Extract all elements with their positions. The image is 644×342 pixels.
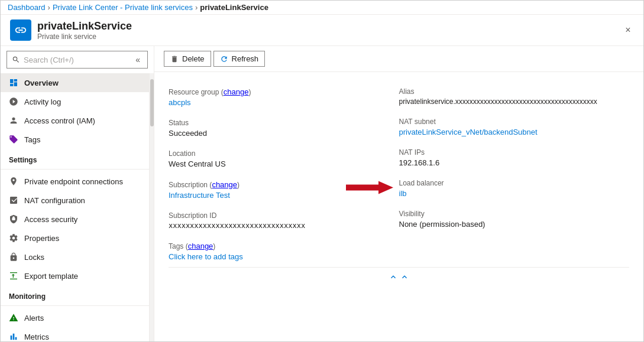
page-subtitle: Private link service: [37, 32, 132, 41]
page-title: privateLinkService: [37, 20, 132, 32]
details-section: Resource group (change) abcpls Status Su…: [154, 72, 643, 298]
sidebar-label-nat: NAT configuration: [24, 196, 85, 205]
endpoint-icon: [9, 177, 18, 186]
status-value: Succeeded: [169, 129, 399, 138]
monitoring-divider: [1, 305, 149, 306]
delete-icon: [170, 55, 179, 63]
collapse-button[interactable]: «: [133, 54, 143, 66]
chevron-up-icon: [389, 272, 398, 282]
overview-icon: [9, 78, 18, 87]
export-icon: [9, 271, 18, 281]
sidebar-label-alerts: Alerts: [24, 314, 44, 323]
search-container: «: [7, 51, 148, 69]
delete-label: Delete: [182, 54, 205, 63]
sidebar-label-metrics: Metrics: [24, 333, 49, 341]
toolbar: Delete Refresh: [154, 46, 643, 72]
svg-marker-0: [346, 181, 393, 194]
details-grid: Resource group (change) abcpls Status Su…: [169, 82, 629, 267]
alias-label: Alias: [399, 87, 630, 96]
properties-icon: [9, 233, 18, 243]
arrow-icon: [346, 179, 393, 197]
sidebar-scroll-thumb: [150, 79, 154, 126]
close-button[interactable]: ×: [620, 22, 636, 38]
breadcrumb-current: privateLinkService: [200, 3, 268, 12]
nat-ips-label: NAT IPs: [399, 148, 630, 157]
sidebar-label-activity: Activity log: [24, 97, 61, 106]
search-icon: [12, 56, 20, 64]
sidebar-item-export[interactable]: Export template: [1, 266, 149, 285]
resource-group-change[interactable]: change: [224, 87, 249, 96]
nat-ips-item: NAT IPs 192.168.1.6: [399, 142, 630, 173]
resource-group-value: abcpls: [169, 98, 399, 107]
sidebar-item-iam[interactable]: Access control (IAM): [1, 111, 149, 130]
settings-divider: [1, 169, 149, 170]
sidebar-label-properties: Properties: [24, 234, 59, 243]
resource-group-label: Resource group (change): [169, 87, 399, 96]
sidebar-label-tags: Tags: [24, 135, 40, 144]
load-balancer-label: Load balancer: [399, 179, 630, 187]
delete-button[interactable]: Delete: [164, 51, 211, 67]
subscription-id-item: Subscription ID xxxxxxxxxxxxxxxxxxxxxxxx…: [169, 206, 399, 236]
sidebar-label-iam: Access control (IAM): [24, 116, 95, 125]
sidebar-item-alerts[interactable]: Alerts: [1, 308, 149, 327]
subscription-change[interactable]: change: [212, 180, 237, 189]
sidebar-item-activity-log[interactable]: Activity log: [1, 92, 149, 111]
nat-subnet-value: privateLinkService_vNet/backendSubnet: [399, 128, 630, 136]
nat-ips-value: 192.168.1.6: [399, 158, 630, 167]
alias-item: Alias privatelinkservice.xxxxxxxxxxxxxxx…: [399, 82, 630, 112]
metrics-icon: [9, 332, 18, 341]
sidebar-item-overview[interactable]: Overview: [1, 73, 149, 92]
sidebar-label-endpoint: Private endpoint connections: [24, 177, 123, 186]
resource-group-link[interactable]: abcpls: [169, 98, 191, 107]
tags-icon: [9, 135, 18, 144]
chevron-up-icon-2: [400, 272, 409, 282]
sidebar-item-tags[interactable]: Tags: [1, 130, 149, 149]
sidebar-label-overview: Overview: [24, 79, 59, 87]
arrow-indicator: [346, 179, 393, 198]
page-header: privateLinkService Private link service …: [1, 15, 643, 46]
alias-value: privatelinkservice.xxxxxxxxxxxxxxxxxxxxx…: [399, 97, 630, 106]
service-icon: [10, 19, 31, 41]
settings-section-label: Settings: [1, 149, 149, 167]
breadcrumb-dashboard[interactable]: Dashboard: [8, 3, 46, 12]
iam-icon: [9, 116, 18, 125]
add-tags-link[interactable]: Click here to add tags: [169, 252, 243, 261]
subscription-id-value: xxxxxxxxxxxxxxxxxxxxxxxxxxxxxxxx: [169, 222, 399, 230]
sidebar-scrollbar[interactable]: [149, 73, 154, 341]
main-content: « Overview: [1, 46, 643, 341]
sidebar-item-access-security[interactable]: Access security: [1, 210, 149, 229]
sidebar: « Overview: [1, 46, 154, 341]
nat-subnet-item: NAT subnet privateLinkService_vNet/backe…: [399, 112, 630, 142]
load-balancer-link[interactable]: ilb: [399, 189, 407, 198]
lock-icon: [9, 252, 18, 262]
nat-icon: [9, 196, 18, 205]
breadcrumb-sep-1: ›: [48, 3, 50, 12]
status-item: Status Succeeded: [169, 113, 399, 144]
tags-item: Tags (change) Click here to add tags: [169, 236, 399, 267]
subscription-id-label: Subscription ID: [169, 211, 399, 220]
sidebar-item-metrics[interactable]: Metrics: [1, 327, 149, 341]
sidebar-item-locks[interactable]: Locks: [1, 247, 149, 266]
resource-group-item: Resource group (change) abcpls: [169, 82, 399, 113]
location-item: Location West Central US: [169, 144, 399, 174]
collapse-button[interactable]: [169, 267, 629, 288]
refresh-button[interactable]: Refresh: [213, 51, 266, 67]
alerts-icon: [9, 313, 18, 323]
tags-change[interactable]: change: [188, 242, 213, 250]
breadcrumb-private-link[interactable]: Private Link Center - Private link servi…: [53, 3, 193, 12]
subscription-link[interactable]: Infrastructure Test: [169, 191, 230, 200]
link-icon: [14, 24, 27, 37]
sidebar-label-locks: Locks: [24, 253, 44, 262]
activity-icon: [9, 97, 18, 106]
sidebar-item-nat[interactable]: NAT configuration: [1, 191, 149, 210]
status-label: Status: [169, 119, 399, 127]
sidebar-item-properties[interactable]: Properties: [1, 229, 149, 247]
content-area: Delete Refresh Resource group: [154, 46, 643, 341]
sidebar-label-security: Access security: [24, 215, 77, 224]
search-input[interactable]: [24, 56, 130, 64]
sidebar-item-private-endpoint[interactable]: Private endpoint connections: [1, 172, 149, 191]
visibility-value: None (permission-based): [399, 220, 630, 229]
tags-value: Click here to add tags: [169, 252, 399, 261]
load-balancer-item: Load balancer ilb: [399, 173, 630, 204]
nat-subnet-link[interactable]: privateLinkService_vNet/backendSubnet: [399, 128, 538, 136]
